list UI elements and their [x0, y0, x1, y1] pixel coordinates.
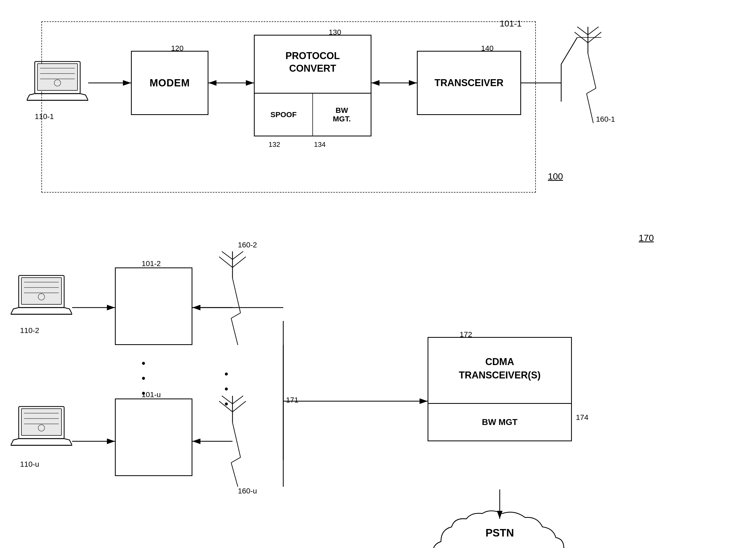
ref-130: 130: [329, 28, 341, 37]
laptop-110-2: [11, 273, 72, 321]
svg-line-15: [587, 88, 596, 94]
ref-172: 172: [460, 330, 472, 339]
box-101-2: [115, 267, 192, 345]
ref-132: 132: [269, 140, 280, 149]
cdma-box: CDMA TRANSCEIVER(S) BW MGT: [428, 337, 572, 441]
svg-line-29: [232, 401, 246, 412]
svg-line-30: [232, 423, 241, 457]
ref-101-2: 101-2: [142, 259, 161, 268]
bw-mgt-cdma-box: BW MGT: [428, 403, 571, 441]
label-100: 100: [548, 171, 563, 181]
svg-line-10: [577, 27, 588, 35]
ref-174: 174: [576, 413, 588, 422]
bw-mgt-cdma-label: BW MGT: [482, 417, 517, 427]
svg-line-18: [222, 251, 232, 259]
label-101-1: 101-1: [500, 19, 522, 29]
ref-171: 171: [286, 396, 298, 404]
box-101-u: [115, 399, 192, 476]
bw-mgt-box: BW MGT.: [313, 93, 371, 136]
ref-110-1: 110-1: [35, 112, 54, 121]
svg-line-23: [231, 313, 241, 318]
laptop-110-1: [27, 59, 88, 107]
transceiver-box: TRANSCEIVER: [417, 51, 521, 115]
dots-between-boxes: •••: [142, 356, 145, 401]
cdma-label: CDMA TRANSCEIVER(S): [459, 355, 541, 382]
svg-line-27: [232, 396, 243, 404]
spoof-label: SPOOF: [270, 110, 297, 119]
ref-160-1: 160-1: [596, 115, 615, 123]
svg-line-19: [232, 251, 243, 259]
svg-line-7: [561, 37, 577, 64]
ref-160-u: 160-u: [238, 487, 257, 495]
transceiver-label: TRANSCEIVER: [435, 77, 503, 88]
ref-140: 140: [481, 44, 494, 53]
svg-line-20: [219, 257, 232, 267]
svg-line-21: [232, 257, 246, 267]
ref-120: 120: [171, 44, 184, 53]
protocol-convert-label: PROTOCOL CONVERT: [285, 50, 340, 75]
spoof-box: SPOOF: [255, 93, 313, 136]
bw-mgt-label: BW MGT.: [333, 106, 351, 123]
svg-line-14: [588, 53, 596, 88]
svg-line-31: [231, 457, 241, 463]
svg-line-24: [231, 318, 238, 345]
svg-line-22: [232, 278, 241, 313]
ref-160-2: 160-2: [238, 241, 257, 249]
modem-box: MODEM: [131, 51, 208, 115]
dots-between-antennas: •••: [224, 367, 228, 411]
label-170: 170: [639, 233, 654, 243]
pstn-cloud: PSTN: [428, 506, 572, 548]
pstn-label: PSTN: [486, 527, 514, 539]
svg-line-11: [588, 27, 599, 35]
svg-line-12: [575, 32, 588, 43]
ref-110-2: 110-2: [20, 326, 39, 335]
ref-110-u: 110-u: [20, 460, 39, 469]
svg-line-32: [231, 463, 238, 487]
svg-line-16: [587, 94, 593, 123]
laptop-110-u: [11, 404, 72, 452]
modem-label: MODEM: [150, 77, 190, 89]
protocol-convert-outer: PROTOCOL CONVERT SPOOF BW MGT.: [254, 35, 371, 136]
ref-134: 134: [314, 140, 325, 149]
svg-line-13: [588, 32, 601, 43]
main-diagram: 101-1 100 MODEM 120 PROTOCOL CONVERT SPO…: [0, 0, 756, 548]
